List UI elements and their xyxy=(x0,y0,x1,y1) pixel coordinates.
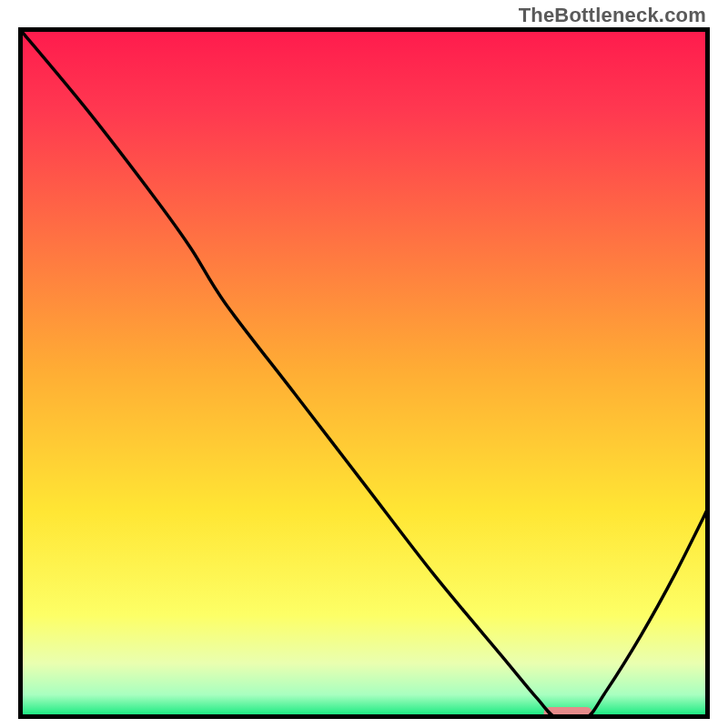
chart-frame xyxy=(18,27,710,719)
chart-background xyxy=(18,27,710,719)
watermark-text: TheBottleneck.com xyxy=(519,4,706,27)
chart-svg xyxy=(18,27,710,719)
